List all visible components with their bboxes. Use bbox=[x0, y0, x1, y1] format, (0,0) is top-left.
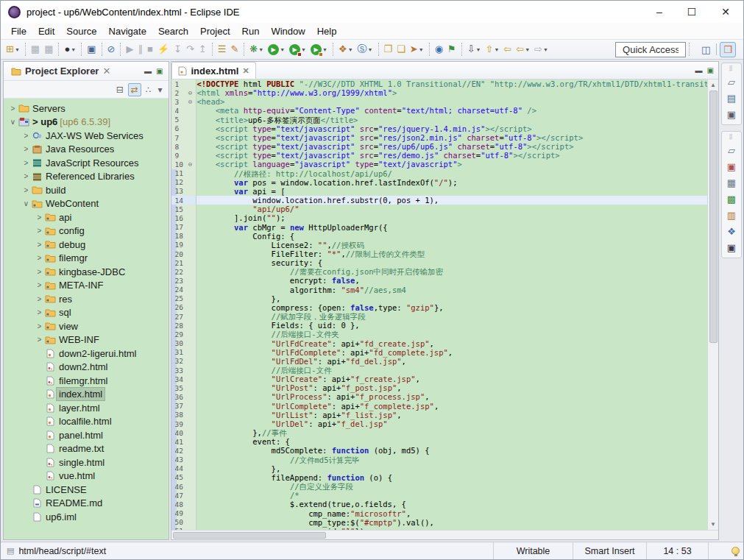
tree-item-vue-html[interactable]: vue.html bbox=[4, 469, 169, 483]
chevron-down-icon[interactable]: ▼ bbox=[322, 47, 327, 52]
menu-help[interactable]: Help bbox=[311, 24, 343, 38]
properties-view-icon[interactable]: ▦ bbox=[727, 177, 736, 188]
minimize-view-icon[interactable]: ▬ bbox=[144, 67, 152, 75]
scroll-up-icon[interactable]: ▲ bbox=[710, 79, 716, 91]
tree-item-jax-ws-web-services[interactable]: >JAX-WS Web Services bbox=[4, 129, 169, 143]
menu-run[interactable]: Run bbox=[236, 24, 266, 38]
expand-icon[interactable]: > bbox=[21, 172, 31, 180]
last-edit-location-button[interactable]: ⇦ bbox=[502, 41, 513, 57]
tree-item-down2-html[interactable]: down2.html bbox=[4, 361, 169, 375]
tree-item-referenced-libraries[interactable]: >Referenced Libraries bbox=[4, 170, 169, 184]
tree-item-up6-iml[interactable]: up6.iml bbox=[4, 510, 169, 524]
filters-icon[interactable]: ∴ bbox=[144, 84, 154, 96]
close-tab-icon[interactable]: ✕ bbox=[242, 66, 249, 76]
menu-search[interactable]: Search bbox=[152, 24, 194, 38]
tab-index-html[interactable]: index.html ✕ bbox=[171, 62, 255, 79]
chevron-down-icon[interactable]: ▼ bbox=[476, 47, 481, 52]
chevron-down-icon[interactable]: ▼ bbox=[419, 47, 424, 52]
expand-icon[interactable]: > bbox=[21, 132, 31, 140]
menu-source[interactable]: Source bbox=[60, 24, 102, 38]
new-web-project-button[interactable]: ❖▼ bbox=[337, 41, 355, 57]
tips-button[interactable] bbox=[727, 547, 743, 555]
horizontal-scrollbar-thumb[interactable] bbox=[173, 532, 326, 539]
vertical-scrollbar[interactable]: ▲ ▼ bbox=[707, 79, 718, 530]
expand-icon[interactable]: > bbox=[8, 104, 18, 113]
maximize-view-icon[interactable]: ▣ bbox=[156, 67, 163, 75]
restore-trim-icon[interactable]: ▱ bbox=[728, 145, 735, 156]
chevron-down-icon[interactable]: ▼ bbox=[494, 47, 499, 52]
chevron-down-icon[interactable]: ▼ bbox=[301, 47, 306, 52]
fold-collapse-icon[interactable]: ⊖ bbox=[186, 89, 194, 96]
tree-item-build[interactable]: >build bbox=[4, 183, 169, 197]
new-wizard-button[interactable]: ⊞▼ bbox=[4, 41, 21, 57]
show-in-view-button[interactable]: ⚑ bbox=[446, 41, 458, 57]
run-button[interactable]: ▶▼ bbox=[266, 41, 286, 57]
palette-view-icon[interactable]: ▩ bbox=[727, 194, 736, 205]
chevron-down-icon[interactable]: ▼ bbox=[525, 47, 530, 52]
expand-icon[interactable]: > bbox=[35, 268, 44, 276]
tree-item-up6[interactable]: ∨> up6[up6 6.5.39] bbox=[4, 116, 169, 130]
maximize-button[interactable]: ☐ bbox=[687, 6, 697, 18]
tree-item-webcontent[interactable]: ∨WebContent bbox=[4, 197, 169, 211]
scroll-down-icon[interactable]: ▼ bbox=[710, 519, 716, 530]
import-archive-button[interactable]: ❐ bbox=[383, 41, 394, 57]
tree-item-web-inf[interactable]: >WEB-INF bbox=[4, 333, 169, 347]
fold-collapse-icon[interactable]: ⊖ bbox=[186, 160, 194, 168]
expand-icon[interactable]: > bbox=[35, 241, 44, 249]
tree-item-kingbase-jdbc[interactable]: >kingbase-JDBC bbox=[4, 265, 169, 279]
tree-item-api[interactable]: >api bbox=[4, 210, 169, 224]
expand-icon[interactable]: > bbox=[35, 336, 44, 344]
code-editor[interactable]: <!DOCTYPE html PUBLIC "-//W3C//DTD XHTML… bbox=[196, 79, 707, 530]
tree-item-single-html[interactable]: single.html bbox=[4, 456, 169, 469]
expand-icon[interactable]: > bbox=[21, 186, 31, 194]
expand-icon[interactable]: > bbox=[35, 254, 44, 262]
quick-access-input[interactable] bbox=[615, 42, 686, 57]
tree-item-view[interactable]: >view bbox=[4, 319, 169, 333]
tree-item-meta-inf[interactable]: >META-INF bbox=[4, 279, 169, 293]
import-button[interactable]: ⇩▼ bbox=[466, 41, 483, 57]
link-with-editor-icon[interactable]: ⇄ bbox=[128, 83, 141, 96]
tree-item-filemgr-html[interactable]: filemgr.html bbox=[4, 374, 169, 388]
console-view-icon[interactable]: ▣ bbox=[727, 242, 736, 253]
export-button[interactable]: ⇧▼ bbox=[484, 41, 501, 57]
menu-window[interactable]: Window bbox=[265, 24, 311, 38]
horizontal-scrollbar[interactable] bbox=[171, 530, 718, 539]
expand-icon[interactable]: > bbox=[35, 227, 44, 235]
restore-trim-icon[interactable]: ▱ bbox=[728, 77, 735, 88]
collapse-all-icon[interactable]: ⊟ bbox=[114, 84, 126, 96]
drag-handle-icon[interactable]: ⣿ bbox=[729, 134, 734, 140]
menu-navigate[interactable]: Navigate bbox=[103, 24, 152, 38]
chevron-down-icon[interactable]: ▼ bbox=[348, 47, 353, 52]
tree-item-filemgr[interactable]: >filemgr bbox=[4, 252, 169, 266]
minimize-editor-icon[interactable]: ▬ bbox=[695, 66, 703, 74]
servers-view-icon[interactable]: ❖ bbox=[727, 226, 736, 237]
templates-view-icon[interactable]: ▣ bbox=[727, 109, 736, 120]
expand-icon[interactable]: > bbox=[21, 159, 31, 167]
expand-icon[interactable]: > bbox=[35, 322, 44, 330]
tree-item-javascript-resources[interactable]: >JavaScript Resources bbox=[4, 156, 169, 170]
chevron-down-icon[interactable]: ▼ bbox=[71, 47, 76, 52]
open-browser-button[interactable]: ◉ bbox=[433, 41, 444, 57]
close-button[interactable]: ✕ bbox=[721, 6, 730, 18]
tree-item-layer-html[interactable]: layer.html bbox=[4, 401, 169, 415]
open-task-button[interactable]: ✎ bbox=[229, 41, 240, 57]
drag-handle-icon[interactable]: ⣿ bbox=[729, 65, 734, 71]
menu-file[interactable]: File bbox=[5, 24, 32, 38]
menu-edit[interactable]: Edit bbox=[32, 24, 60, 38]
tree-item-readme-txt[interactable]: readme.txt bbox=[4, 442, 169, 456]
fold-collapse-icon[interactable]: ⊖ bbox=[186, 98, 194, 105]
close-view-icon[interactable]: ✕ bbox=[102, 65, 110, 77]
debug-button[interactable]: ❋▼ bbox=[248, 41, 265, 57]
tree-item-panel-html[interactable]: panel.html bbox=[4, 428, 169, 442]
chevron-down-icon[interactable]: ▼ bbox=[368, 47, 373, 52]
chevron-down-icon[interactable]: ▼ bbox=[280, 47, 285, 52]
tree-item-java-resources[interactable]: >Java Resources bbox=[4, 143, 169, 157]
expand-icon[interactable]: > bbox=[21, 145, 31, 153]
launch-configuration-button[interactable]: ●▼ bbox=[63, 41, 77, 57]
chevron-down-icon[interactable]: ▼ bbox=[543, 47, 548, 52]
launch-external-button[interactable]: ➤▼ bbox=[408, 41, 425, 57]
expand-icon[interactable]: > bbox=[35, 308, 44, 316]
minimize-button[interactable]: – bbox=[656, 6, 662, 18]
tree-item-debug[interactable]: >debug bbox=[4, 238, 169, 252]
project-explorer-tab[interactable]: Project Explorer ✕ bbox=[7, 63, 115, 79]
